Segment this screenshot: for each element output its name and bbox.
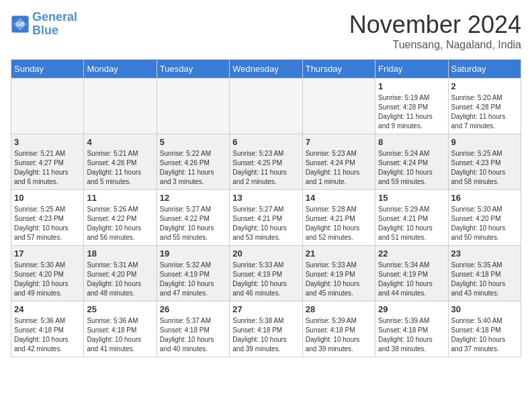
logo-icon: GB [11, 15, 30, 34]
weekday-header: Thursday [302, 60, 375, 79]
weekday-header: Monday [84, 60, 157, 79]
day-number: 3 [14, 137, 81, 147]
day-info: Sunrise: 5:21 AM Sunset: 4:27 PM Dayligh… [14, 149, 81, 187]
calendar-cell: 10Sunrise: 5:25 AM Sunset: 4:23 PM Dayli… [11, 190, 84, 246]
day-number: 11 [87, 193, 153, 203]
day-number: 18 [87, 248, 153, 259]
calendar-cell: 9Sunrise: 5:25 AM Sunset: 4:23 PM Daylig… [448, 134, 521, 190]
weekday-header: Wednesday [230, 60, 302, 79]
day-info: Sunrise: 5:22 AM Sunset: 4:26 PM Dayligh… [160, 149, 226, 187]
day-info: Sunrise: 5:32 AM Sunset: 4:19 PM Dayligh… [160, 261, 226, 298]
month-title: November 2024 [349, 11, 521, 39]
day-info: Sunrise: 5:19 AM Sunset: 4:28 PM Dayligh… [378, 93, 445, 131]
weekday-header: Sunday [11, 60, 84, 79]
weekday-header: Saturday [448, 60, 521, 79]
calendar-cell: 6Sunrise: 5:23 AM Sunset: 4:25 PM Daylig… [230, 134, 302, 190]
day-number: 29 [378, 304, 445, 314]
calendar-cell [302, 79, 375, 134]
calendar-cell: 23Sunrise: 5:35 AM Sunset: 4:18 PM Dayli… [448, 246, 521, 302]
day-number: 9 [451, 137, 518, 147]
day-info: Sunrise: 5:31 AM Sunset: 4:20 PM Dayligh… [87, 261, 153, 298]
calendar-cell: 16Sunrise: 5:30 AM Sunset: 4:20 PM Dayli… [448, 190, 521, 246]
weekday-header: Friday [375, 60, 448, 79]
day-number: 1 [378, 81, 445, 91]
title-block: November 2024 Tuensang, Nagaland, India [349, 11, 521, 51]
day-number: 19 [160, 248, 226, 259]
calendar: SundayMondayTuesdayWednesdayThursdayFrid… [11, 59, 521, 357]
day-info: Sunrise: 5:40 AM Sunset: 4:18 PM Dayligh… [451, 316, 518, 354]
calendar-cell: 30Sunrise: 5:40 AM Sunset: 4:18 PM Dayli… [448, 302, 521, 357]
day-number: 16 [451, 193, 518, 203]
calendar-cell: 1Sunrise: 5:19 AM Sunset: 4:28 PM Daylig… [375, 79, 448, 134]
day-info: Sunrise: 5:30 AM Sunset: 4:20 PM Dayligh… [14, 261, 81, 298]
day-number: 30 [451, 304, 518, 314]
calendar-cell [230, 79, 302, 134]
calendar-cell: 27Sunrise: 5:38 AM Sunset: 4:18 PM Dayli… [230, 302, 302, 357]
weekday-header: Tuesday [157, 60, 229, 79]
day-info: Sunrise: 5:27 AM Sunset: 4:22 PM Dayligh… [160, 205, 226, 242]
calendar-cell: 7Sunrise: 5:23 AM Sunset: 4:24 PM Daylig… [302, 134, 375, 190]
day-number: 5 [160, 137, 226, 147]
calendar-cell: 3Sunrise: 5:21 AM Sunset: 4:27 PM Daylig… [11, 134, 84, 190]
calendar-cell: 4Sunrise: 5:21 AM Sunset: 4:26 PM Daylig… [84, 134, 157, 190]
day-number: 10 [14, 193, 81, 203]
day-info: Sunrise: 5:36 AM Sunset: 4:18 PM Dayligh… [14, 316, 81, 354]
calendar-cell: 21Sunrise: 5:33 AM Sunset: 4:19 PM Dayli… [302, 246, 375, 302]
day-number: 24 [14, 304, 81, 314]
day-info: Sunrise: 5:33 AM Sunset: 4:19 PM Dayligh… [306, 261, 372, 298]
calendar-cell: 12Sunrise: 5:27 AM Sunset: 4:22 PM Dayli… [157, 190, 229, 246]
logo: GB General Blue [11, 11, 77, 38]
day-number: 15 [378, 193, 445, 203]
calendar-cell [157, 79, 229, 134]
day-number: 13 [232, 193, 299, 203]
day-info: Sunrise: 5:39 AM Sunset: 4:18 PM Dayligh… [306, 316, 372, 354]
day-info: Sunrise: 5:38 AM Sunset: 4:18 PM Dayligh… [232, 316, 299, 354]
calendar-cell: 18Sunrise: 5:31 AM Sunset: 4:20 PM Dayli… [84, 246, 157, 302]
day-number: 6 [232, 137, 299, 147]
day-info: Sunrise: 5:28 AM Sunset: 4:21 PM Dayligh… [306, 205, 372, 242]
day-info: Sunrise: 5:30 AM Sunset: 4:20 PM Dayligh… [451, 205, 518, 242]
day-info: Sunrise: 5:35 AM Sunset: 4:18 PM Dayligh… [451, 261, 518, 298]
day-info: Sunrise: 5:21 AM Sunset: 4:26 PM Dayligh… [87, 149, 153, 187]
day-info: Sunrise: 5:36 AM Sunset: 4:18 PM Dayligh… [87, 316, 153, 354]
day-info: Sunrise: 5:34 AM Sunset: 4:19 PM Dayligh… [378, 261, 445, 298]
day-number: 20 [232, 248, 299, 259]
calendar-cell: 28Sunrise: 5:39 AM Sunset: 4:18 PM Dayli… [302, 302, 375, 357]
day-info: Sunrise: 5:39 AM Sunset: 4:18 PM Dayligh… [378, 316, 445, 354]
day-info: Sunrise: 5:29 AM Sunset: 4:21 PM Dayligh… [378, 205, 445, 242]
location: Tuensang, Nagaland, India [349, 39, 521, 51]
day-info: Sunrise: 5:33 AM Sunset: 4:19 PM Dayligh… [232, 261, 299, 298]
day-info: Sunrise: 5:27 AM Sunset: 4:21 PM Dayligh… [232, 205, 299, 242]
svg-text:GB: GB [16, 21, 25, 28]
day-number: 7 [306, 137, 372, 147]
logo-text: General Blue [32, 11, 77, 38]
day-info: Sunrise: 5:26 AM Sunset: 4:22 PM Dayligh… [87, 205, 153, 242]
calendar-cell: 15Sunrise: 5:29 AM Sunset: 4:21 PM Dayli… [375, 190, 448, 246]
day-info: Sunrise: 5:20 AM Sunset: 4:28 PM Dayligh… [451, 93, 518, 131]
calendar-cell: 19Sunrise: 5:32 AM Sunset: 4:19 PM Dayli… [157, 246, 229, 302]
day-info: Sunrise: 5:25 AM Sunset: 4:23 PM Dayligh… [14, 205, 81, 242]
day-number: 27 [232, 304, 299, 314]
calendar-cell: 2Sunrise: 5:20 AM Sunset: 4:28 PM Daylig… [448, 79, 521, 134]
day-info: Sunrise: 5:37 AM Sunset: 4:18 PM Dayligh… [160, 316, 226, 354]
day-number: 12 [160, 193, 226, 203]
calendar-cell: 20Sunrise: 5:33 AM Sunset: 4:19 PM Dayli… [230, 246, 302, 302]
calendar-cell [84, 79, 157, 134]
calendar-cell: 24Sunrise: 5:36 AM Sunset: 4:18 PM Dayli… [11, 302, 84, 357]
calendar-cell: 8Sunrise: 5:24 AM Sunset: 4:24 PM Daylig… [375, 134, 448, 190]
day-info: Sunrise: 5:24 AM Sunset: 4:24 PM Dayligh… [378, 149, 445, 187]
day-number: 23 [451, 248, 518, 259]
calendar-cell: 5Sunrise: 5:22 AM Sunset: 4:26 PM Daylig… [157, 134, 229, 190]
day-number: 25 [87, 304, 153, 314]
day-number: 8 [378, 137, 445, 147]
calendar-cell: 11Sunrise: 5:26 AM Sunset: 4:22 PM Dayli… [84, 190, 157, 246]
day-info: Sunrise: 5:25 AM Sunset: 4:23 PM Dayligh… [451, 149, 518, 187]
day-number: 21 [306, 248, 372, 259]
day-number: 14 [306, 193, 372, 203]
day-info: Sunrise: 5:23 AM Sunset: 4:25 PM Dayligh… [232, 149, 299, 187]
calendar-cell: 13Sunrise: 5:27 AM Sunset: 4:21 PM Dayli… [230, 190, 302, 246]
day-number: 22 [378, 248, 445, 259]
calendar-cell: 25Sunrise: 5:36 AM Sunset: 4:18 PM Dayli… [84, 302, 157, 357]
day-info: Sunrise: 5:23 AM Sunset: 4:24 PM Dayligh… [306, 149, 372, 187]
calendar-cell: 14Sunrise: 5:28 AM Sunset: 4:21 PM Dayli… [302, 190, 375, 246]
